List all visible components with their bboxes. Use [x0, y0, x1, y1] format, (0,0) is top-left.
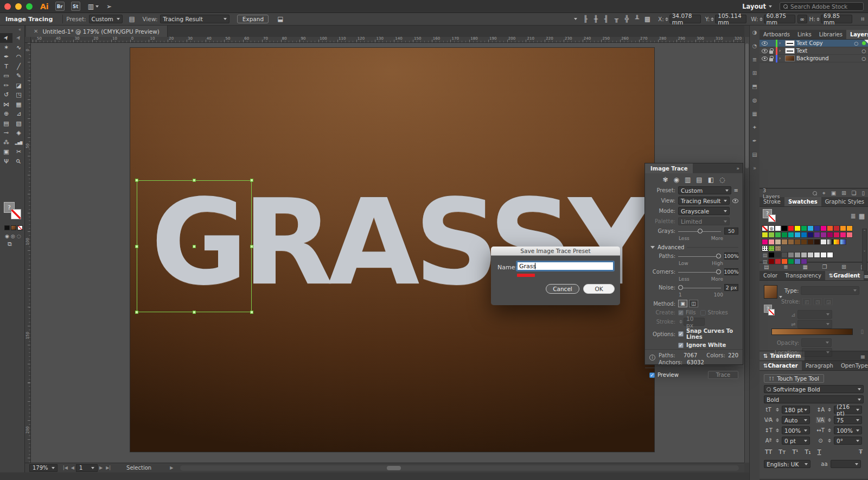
previous-artboard-icon[interactable]: ◀: [71, 465, 74, 470]
swatch[interactable]: [846, 225, 853, 231]
target-circle-icon[interactable]: ○: [854, 41, 860, 46]
swatch[interactable]: [788, 239, 794, 245]
tab-transparency[interactable]: Transparency: [781, 271, 825, 280]
preset-dropdown[interactable]: Custom: [89, 15, 123, 23]
align-right-icon[interactable]: ╢: [601, 15, 611, 23]
perspective-grid-tool-icon[interactable]: ⊿: [12, 109, 25, 119]
vertical-scale-stepper[interactable]: [776, 428, 779, 432]
align-bottom-icon[interactable]: ╨: [632, 15, 642, 23]
swatch[interactable]: [775, 245, 781, 251]
selection-tool-icon[interactable]: ➤: [0, 33, 12, 43]
free-transform-tool-icon[interactable]: ▦: [12, 100, 25, 110]
registration-swatch[interactable]: ⊕: [768, 225, 775, 231]
fill-stroke-proxy[interactable]: ?: [4, 202, 22, 222]
lock-icon[interactable]: [769, 48, 774, 54]
grays-slider-knob[interactable]: [698, 229, 703, 233]
gradient-tool-icon[interactable]: ▧: [12, 119, 25, 129]
selection-handle[interactable]: [135, 179, 138, 182]
view-dropdown[interactable]: Tracing Result: [160, 15, 229, 23]
y-input[interactable]: 105.114 mm: [715, 15, 746, 23]
align-center-horizontal-icon[interactable]: ╫: [591, 15, 601, 23]
next-artboard-icon[interactable]: ▶: [99, 465, 103, 470]
superscript-button[interactable]: T¹: [792, 449, 798, 456]
swatch[interactable]: [762, 225, 768, 231]
mesh-tool-icon[interactable]: ▤: [0, 119, 12, 129]
align-panel-icon[interactable]: ≣: [750, 53, 760, 66]
workspace-switcher-icon[interactable]: ▥: [88, 3, 99, 10]
type-tool-icon[interactable]: T: [0, 62, 12, 72]
swatch[interactable]: [794, 252, 801, 258]
swatch[interactable]: [801, 258, 807, 264]
tab-libraries[interactable]: Libraries: [815, 30, 846, 39]
noise-slider[interactable]: [678, 285, 721, 291]
expand-layer-icon[interactable]: ›: [779, 48, 783, 53]
swatch[interactable]: [775, 225, 781, 231]
swatch[interactable]: [794, 239, 801, 245]
first-artboard-icon[interactable]: |◀: [63, 465, 68, 470]
swatch[interactable]: [768, 252, 775, 258]
cancel-button[interactable]: Cancel: [546, 284, 579, 294]
minimize-window-button[interactable]: [15, 3, 22, 10]
swatch[interactable]: [840, 225, 846, 231]
grays-value[interactable]: 50: [724, 228, 738, 235]
grid-view-icon[interactable]: ▦: [859, 212, 865, 220]
view-eye-icon[interactable]: [732, 199, 738, 203]
shape-builder-tool-icon[interactable]: ⊕: [0, 109, 12, 119]
swatch[interactable]: [801, 232, 807, 238]
draw-behind-icon[interactable]: ◎: [11, 233, 15, 239]
brushes-panel-icon[interactable]: ✒: [750, 134, 760, 148]
layer-row[interactable]: ›Background○: [760, 55, 868, 62]
black-white-preset-icon[interactable]: ◧: [708, 176, 714, 184]
font-size-stepper[interactable]: [776, 408, 779, 412]
selection-handle[interactable]: [135, 311, 138, 314]
color-panel-icon[interactable]: ◑: [750, 26, 760, 39]
swatch[interactable]: [775, 258, 781, 264]
paths-value[interactable]: 100%: [724, 252, 738, 260]
high-color-preset-icon[interactable]: ◉: [674, 176, 679, 184]
search-layers-icon[interactable]: [813, 191, 817, 195]
swatch[interactable]: [827, 232, 833, 238]
scale-tool-icon[interactable]: ◳: [12, 90, 25, 100]
horizontal-scrollbar[interactable]: [180, 465, 739, 471]
noise-value[interactable]: 2 px: [724, 284, 738, 291]
artboard-number-dropdown[interactable]: 1: [76, 464, 98, 472]
preview-checkbox[interactable]: ✓: [649, 372, 655, 378]
tab-gradient[interactable]: ⇅ Gradient: [825, 271, 864, 280]
align-center-vertical-icon[interactable]: ╬: [622, 15, 632, 23]
font-style-dropdown[interactable]: Bold: [764, 395, 864, 403]
horizontal-scrollbar-thumb[interactable]: [387, 466, 401, 470]
swatch[interactable]: [781, 252, 788, 258]
vertical-scrollbar-thumb[interactable]: [745, 43, 749, 168]
swatch[interactable]: [788, 232, 794, 238]
gradient-slider-bar[interactable]: [771, 329, 853, 335]
shaper-tool-icon[interactable]: ✏: [0, 81, 12, 91]
x-stepper[interactable]: [665, 17, 668, 21]
w-stepper[interactable]: [760, 17, 763, 21]
snap-curves-checkbox[interactable]: ✓: [678, 331, 684, 337]
paths-slider[interactable]: [678, 253, 721, 260]
swatch[interactable]: [833, 232, 840, 238]
blend-tool-icon[interactable]: ◈: [12, 128, 25, 138]
swatch[interactable]: [807, 225, 814, 231]
collapse-tools-icon[interactable]: «: [0, 26, 24, 33]
new-layer-icon[interactable]: ❏: [852, 190, 857, 197]
lock-icon[interactable]: [769, 56, 774, 61]
corners-slider-knob[interactable]: [716, 269, 721, 274]
swatch[interactable]: [827, 239, 833, 245]
swatch[interactable]: [788, 252, 794, 258]
font-size-dropdown[interactable]: 180 pt: [782, 406, 810, 414]
swatch[interactable]: [807, 232, 814, 238]
panel-expand-icon[interactable]: »: [736, 166, 743, 171]
selection-handle[interactable]: [250, 179, 253, 182]
line-segment-tool-icon[interactable]: ╱: [12, 62, 25, 72]
target-circle-icon[interactable]: ○: [861, 48, 868, 54]
advanced-toggle[interactable]: Advanced: [645, 242, 743, 251]
expand-layer-icon[interactable]: ›: [779, 41, 783, 46]
image-trace-tab[interactable]: Image Trace: [645, 163, 693, 173]
low-color-preset-icon[interactable]: ▥: [685, 176, 691, 184]
swatch[interactable]: [801, 252, 807, 258]
visibility-eye-icon[interactable]: [762, 56, 768, 61]
swatch[interactable]: [801, 225, 807, 231]
swatch[interactable]: [820, 252, 827, 258]
close-window-button[interactable]: [4, 3, 11, 10]
